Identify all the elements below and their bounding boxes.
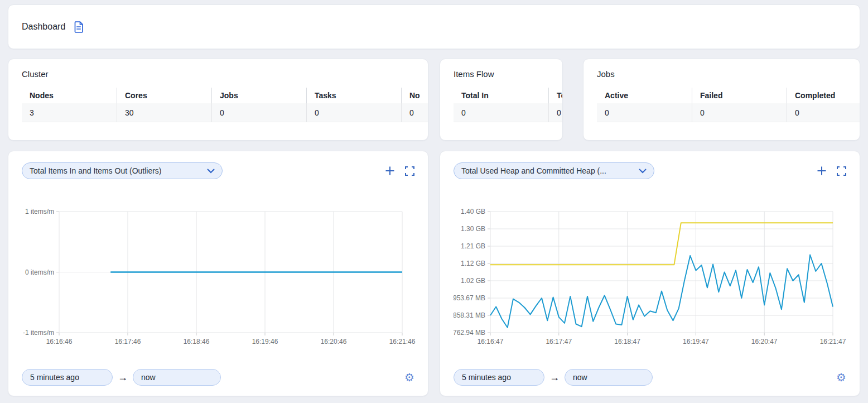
svg-text:-1 items/m: -1 items/m xyxy=(23,329,54,337)
stat-header: Active xyxy=(597,88,692,103)
add-widget-button[interactable] xyxy=(817,166,827,176)
svg-text:16:21:46: 16:21:46 xyxy=(389,338,416,346)
svg-text:16:16:46: 16:16:46 xyxy=(46,338,73,346)
items-flow-card: Items Flow Total In 0 To 0 xyxy=(440,59,563,141)
stat-header: To xyxy=(548,88,563,103)
chart-header: Total Used Heap and Committed Heap (... xyxy=(454,162,846,179)
stat-value: 0 xyxy=(401,103,428,122)
metric-dropdown[interactable]: Total Items In and Items Out (Outliers) xyxy=(22,162,223,179)
stat-col-total-in: Total In 0 xyxy=(454,88,548,122)
stat-header: No xyxy=(401,88,428,103)
time-from-input[interactable]: 5 minutes ago xyxy=(454,369,544,386)
metric-dropdown-label: Total Items In and Items Out (Outliers) xyxy=(30,166,162,175)
dashboard-page: { "topbar": { "title": "Dashboard" }, "c… xyxy=(0,0,868,403)
stat-value: 0 xyxy=(454,103,548,122)
cluster-stats-table: Nodes 3 Cores 30 Jobs 0 Tasks 0 No 0 xyxy=(22,88,428,122)
cluster-card: Cluster Nodes 3 Cores 30 Jobs 0 Tasks 0 … xyxy=(8,59,428,141)
stat-col-clipped: No 0 xyxy=(401,88,428,122)
arrow-right-icon: → xyxy=(118,372,128,383)
svg-text:16:21:47: 16:21:47 xyxy=(820,338,846,346)
settings-gear-button[interactable]: ⚙ xyxy=(404,372,414,383)
stat-header: Total In xyxy=(454,88,548,103)
add-widget-button[interactable] xyxy=(385,166,395,176)
stat-header: Nodes xyxy=(22,88,117,103)
page-title: Dashboard xyxy=(22,22,65,32)
chart-header: Total Items In and Items Out (Outliers) xyxy=(22,162,414,179)
stat-header: Failed xyxy=(692,88,787,103)
items-flow-stats-table: Total In 0 To 0 xyxy=(454,88,562,122)
svg-text:16:17:46: 16:17:46 xyxy=(115,338,141,346)
stat-col-completed: Completed 0 xyxy=(787,88,860,122)
time-to-input[interactable]: now xyxy=(133,369,221,386)
stat-value: 3 xyxy=(22,103,117,122)
topbar: Dashboard xyxy=(8,4,860,49)
stat-value: 0 xyxy=(692,103,787,122)
items-chart: 1 items/m0 items/m-1 items/m16:16:4616:1… xyxy=(22,207,414,352)
svg-text:858.31 MB: 858.31 MB xyxy=(454,311,485,319)
heap-chart: 1.40 GB1.30 GB1.21 GB1.12 GB1.02 GB953.6… xyxy=(454,207,846,352)
svg-text:762.94 MB: 762.94 MB xyxy=(454,329,485,337)
stat-header: Tasks xyxy=(306,88,401,103)
arrow-right-icon: → xyxy=(549,372,560,383)
stat-header: Jobs xyxy=(211,88,306,103)
stat-value: 30 xyxy=(117,103,211,122)
svg-text:16:20:47: 16:20:47 xyxy=(751,338,778,346)
chevron-down-icon xyxy=(639,169,647,174)
svg-text:16:16:47: 16:16:47 xyxy=(478,338,504,346)
stat-col-cores: Cores 30 xyxy=(117,88,211,122)
stat-value: 0 xyxy=(211,103,306,122)
stat-col-tasks: Tasks 0 xyxy=(306,88,401,122)
metric-dropdown[interactable]: Total Used Heap and Committed Heap (... xyxy=(454,162,654,179)
settings-gear-button[interactable]: ⚙ xyxy=(836,372,846,383)
fullscreen-button[interactable] xyxy=(405,166,414,176)
jobs-stats-table: Active 0 Failed 0 Completed 0 xyxy=(597,88,860,122)
svg-text:1.21 GB: 1.21 GB xyxy=(461,242,485,250)
card-title: Jobs xyxy=(597,69,860,79)
time-from-input[interactable]: 5 minutes ago xyxy=(22,369,113,386)
stat-header: Completed xyxy=(787,88,860,103)
svg-text:16:19:47: 16:19:47 xyxy=(683,338,709,346)
chevron-down-icon xyxy=(207,169,215,174)
card-title: Cluster xyxy=(22,69,428,79)
svg-text:1.12 GB: 1.12 GB xyxy=(461,260,485,267)
chart-footer: 5 minutes ago → now ⚙ xyxy=(454,369,846,386)
stat-value: 0 xyxy=(597,103,692,122)
stat-col-active: Active 0 xyxy=(597,88,692,122)
svg-text:16:18:47: 16:18:47 xyxy=(614,338,640,346)
svg-text:1 items/m: 1 items/m xyxy=(25,208,54,215)
fullscreen-button[interactable] xyxy=(837,166,846,176)
document-icon[interactable] xyxy=(73,21,84,33)
svg-text:1.30 GB: 1.30 GB xyxy=(461,225,485,233)
svg-text:953.67 MB: 953.67 MB xyxy=(454,294,485,302)
stat-value: 0 xyxy=(306,103,401,122)
stat-col-failed: Failed 0 xyxy=(692,88,787,122)
items-chart-card: Total Items In and Items Out (Outliers) … xyxy=(8,151,428,396)
metric-dropdown-label: Total Used Heap and Committed Heap (... xyxy=(461,166,606,175)
svg-text:16:17:47: 16:17:47 xyxy=(546,338,572,346)
svg-text:0 items/m: 0 items/m xyxy=(25,268,54,276)
svg-text:1.02 GB: 1.02 GB xyxy=(461,277,485,285)
jobs-card: Jobs Active 0 Failed 0 Completed 0 xyxy=(583,59,860,141)
svg-text:16:19:46: 16:19:46 xyxy=(252,338,278,346)
svg-text:1.40 GB: 1.40 GB xyxy=(461,208,485,215)
time-to-input[interactable]: now xyxy=(565,369,653,386)
stat-col-clipped: To 0 xyxy=(548,88,563,122)
stat-value: 0 xyxy=(548,103,563,122)
svg-text:16:18:46: 16:18:46 xyxy=(184,338,210,346)
stat-value: 0 xyxy=(787,103,860,122)
chart-footer: 5 minutes ago → now ⚙ xyxy=(22,369,414,386)
card-title: Items Flow xyxy=(454,69,562,79)
svg-text:16:20:46: 16:20:46 xyxy=(321,338,347,346)
stat-header: Cores xyxy=(117,88,211,103)
heap-chart-card: Total Used Heap and Committed Heap (... … xyxy=(440,151,860,396)
stat-col-nodes: Nodes 3 xyxy=(22,88,117,122)
stat-col-jobs: Jobs 0 xyxy=(211,88,306,122)
